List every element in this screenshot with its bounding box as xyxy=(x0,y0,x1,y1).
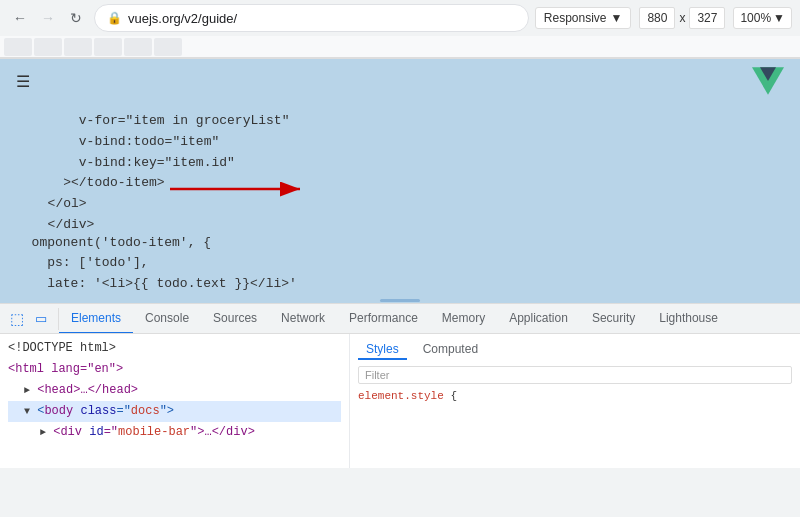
code-line-3: v-bind:key="item.id" xyxy=(16,153,784,174)
dom-line-html: <html lang="en"> xyxy=(8,359,341,380)
toolbar-right: Responsive ▼ x 100% ▼ xyxy=(535,7,792,29)
device-btn-4[interactable] xyxy=(94,38,122,56)
body-arrow[interactable]: ▼ xyxy=(24,406,30,417)
browser-chrome: ← → ↻ 🔒 vuejs.org/v2/guide/ Responsive ▼… xyxy=(0,0,800,59)
forward-button[interactable]: → xyxy=(36,6,60,30)
zoom-arrow: ▼ xyxy=(773,11,785,25)
viewport-devtools-area: ☰ v-for="item in groceryList" v-bind:tod… xyxy=(0,59,800,468)
url-text: vuejs.org/v2/guide/ xyxy=(128,11,516,26)
code-line-1: v-for="item in groceryList" xyxy=(16,111,784,132)
tab-console[interactable]: Console xyxy=(133,304,201,334)
width-input[interactable] xyxy=(639,7,675,29)
device-toolbar xyxy=(0,36,800,58)
styles-panel-header: Styles Computed xyxy=(358,340,792,360)
lock-icon: 🔒 xyxy=(107,11,122,25)
bottom-line-1: omponent('todo-item', { xyxy=(16,233,784,254)
tab-network[interactable]: Network xyxy=(269,304,337,334)
styles-panel: Styles Computed Filter element.style { xyxy=(350,334,800,468)
x-separator: x xyxy=(679,11,685,25)
height-input[interactable] xyxy=(689,7,725,29)
dom-line-doctype: <!DOCTYPE html> xyxy=(8,338,341,359)
device-btn-3[interactable] xyxy=(64,38,92,56)
devtools-tabs-bar: ⬚ ▭ Elements Console Sources Network Per… xyxy=(0,304,800,334)
vue-logo xyxy=(752,67,784,95)
preview-code: v-for="item in groceryList" v-bind:todo=… xyxy=(0,103,800,244)
tab-computed[interactable]: Computed xyxy=(415,340,486,360)
reload-button[interactable]: ↻ xyxy=(64,6,88,30)
dom-panel: <!DOCTYPE html> <html lang="en"> ► <head… xyxy=(0,334,350,468)
preview-header: ☰ xyxy=(0,59,800,103)
responsive-dropdown[interactable]: Responsive ▼ xyxy=(535,7,632,29)
devtools-body: <!DOCTYPE html> <html lang="en"> ► <head… xyxy=(0,334,800,468)
hamburger-icon[interactable]: ☰ xyxy=(16,72,30,91)
devtools-icon-buttons: ⬚ ▭ xyxy=(0,308,59,330)
tab-elements[interactable]: Elements xyxy=(59,304,133,334)
filter-label: Filter xyxy=(365,369,389,381)
tab-performance[interactable]: Performance xyxy=(337,304,430,334)
css-brace: { xyxy=(450,390,457,402)
css-selector: element.style xyxy=(358,390,444,402)
dom-line-body: ▼ <body class="docs"> xyxy=(8,401,341,422)
filter-row: Filter xyxy=(358,366,792,384)
address-bar[interactable]: 🔒 vuejs.org/v2/guide/ xyxy=(94,4,529,32)
device-btn-2[interactable] xyxy=(34,38,62,56)
dimension-input: x xyxy=(639,7,725,29)
device-btn-6[interactable] xyxy=(154,38,182,56)
inspect-icon-btn[interactable]: ⬚ xyxy=(6,308,28,330)
device-btn-1[interactable] xyxy=(4,38,32,56)
browser-toolbar: ← → ↻ 🔒 vuejs.org/v2/guide/ Responsive ▼… xyxy=(0,0,800,36)
drag-handle xyxy=(380,299,420,302)
dom-line-div-mobile: ► <div id="mobile-bar">…</div> xyxy=(8,422,341,443)
bottom-line-2: ps: ['todo'], xyxy=(16,253,784,274)
tab-styles[interactable]: Styles xyxy=(358,340,407,360)
code-line-2: v-bind:todo="item" xyxy=(16,132,784,153)
zoom-dropdown[interactable]: 100% ▼ xyxy=(733,7,792,29)
responsive-label: Responsive xyxy=(544,11,607,25)
tab-sources[interactable]: Sources xyxy=(201,304,269,334)
css-rule: element.style { xyxy=(358,390,792,402)
tab-application[interactable]: Application xyxy=(497,304,580,334)
devtools-tabs-list: Elements Console Sources Network Perform… xyxy=(59,304,730,334)
device-icon-btn[interactable]: ▭ xyxy=(30,308,52,330)
div-arrow[interactable]: ► xyxy=(40,427,46,438)
tab-security[interactable]: Security xyxy=(580,304,647,334)
devtools-panel: ⬚ ▭ Elements Console Sources Network Per… xyxy=(0,303,800,468)
device-btn-5[interactable] xyxy=(124,38,152,56)
tab-lighthouse[interactable]: Lighthouse xyxy=(647,304,730,334)
bottom-code: omponent('todo-item', { ps: ['todo'], la… xyxy=(0,233,800,295)
head-arrow[interactable]: ► xyxy=(24,385,30,396)
responsive-arrow: ▼ xyxy=(611,11,623,25)
bottom-line-3: late: '<li>{{ todo.text }}</li>' xyxy=(16,274,784,295)
bottom-code-inner: omponent('todo-item', { ps: ['todo'], la… xyxy=(16,233,784,295)
page-content: ← → ↻ 🔒 vuejs.org/v2/guide/ Responsive ▼… xyxy=(0,0,800,517)
code-line-5: </ol> xyxy=(16,194,784,215)
zoom-label: 100% xyxy=(740,11,771,25)
code-line-4: ></todo-item> xyxy=(16,173,784,194)
back-button[interactable]: ← xyxy=(8,6,32,30)
viewport: ☰ v-for="item in groceryList" v-bind:tod… xyxy=(0,59,800,303)
dom-line-head: ► <head>…</head> xyxy=(8,380,341,401)
nav-buttons: ← → ↻ xyxy=(8,6,88,30)
tab-memory[interactable]: Memory xyxy=(430,304,497,334)
